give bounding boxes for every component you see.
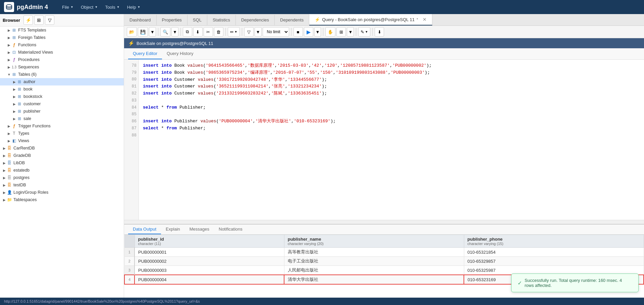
browser-label: Browser [3,18,20,23]
menu-file[interactable]: File ▼ [59,3,77,11]
tab-dependents[interactable]: Dependents [275,15,309,25]
tab-properties[interactable]: Properties [157,15,187,25]
chevron-icon: ▶ [12,110,17,113]
tree-item-postgres[interactable]: ▶ 🗄 postgres [0,174,124,181]
tab-dashboard[interactable]: Dashboard [124,15,157,25]
menu-object[interactable]: Object ▼ [77,3,101,11]
string-token: '2015-03-03' [277,63,309,68]
filter-btn[interactable]: ▽ [244,27,254,37]
query-tab-close[interactable]: ✕ [423,17,427,22]
tree-item-login-roles[interactable]: ▶ 👤 Login/Group Roles [0,189,124,196]
view-options-btn[interactable]: ▼ [347,27,354,37]
tree-item-customer[interactable]: ▶ ⊞ customer [0,100,124,108]
tree-item-gradedb[interactable]: ▶ 🗄 GradeDB [0,152,124,159]
edit-btn[interactable]: ✂ [204,27,213,37]
code-token [159,91,161,96]
sidebar-refresh-btn[interactable]: ⚡ [23,15,33,25]
tab-explain[interactable]: Explain [161,225,185,234]
tree-item-sequences[interactable]: ▶ 1.3 Sequences [0,63,124,71]
tree-item-fts-templates[interactable]: ▶ ⊞ FTS Templates [0,26,124,34]
limit-select[interactable]: No limit 100 500 1000 [263,27,289,37]
tree-item-foreign-tables[interactable]: ▶ ⊞ Foreign Tables [0,34,124,41]
tree-label: Sequences [18,65,39,69]
tab-notifications[interactable]: Notifications [214,225,247,234]
horizontal-scrollbar[interactable] [124,220,644,224]
string-token: '2016-07-07' [273,70,305,75]
tree-item-author[interactable]: ▶ ⊞ author [0,78,124,85]
view-data-btn[interactable]: ⊞ [336,27,346,37]
tab-data-output[interactable]: Data Output [128,225,161,234]
line-number: 80 [126,76,137,83]
tab-query-editor[interactable]: Query Editor [128,48,162,59]
function-token: values [198,77,214,82]
filter-options-btn[interactable]: ▼ [255,27,262,37]
line-number: 78 [126,62,137,69]
keyword-token: insert [143,91,159,96]
tree-item-functions[interactable]: ▶ ƒ Functions [0,41,124,49]
commit-btn[interactable]: ✋ [325,27,335,37]
tree-item-types[interactable]: ▶ T Types [0,130,124,137]
publisher-phone-cell: 010-65321854 [464,248,644,257]
tree-item-carrentdb[interactable]: ▶ 🗄 CarRentDB [0,144,124,152]
tree-label: bookstock [23,94,42,99]
chevron-icon: ▶ [12,87,17,91]
sidebar-grid-btn[interactable]: ⊞ [34,15,44,25]
tree-item-bookstock[interactable]: ▶ ⊞ bookstock [0,93,124,100]
tree-item-book[interactable]: ▶ ⊞ book [0,85,124,93]
save-btn[interactable]: 💾 [138,27,148,37]
chevron-icon: ▶ [7,132,11,135]
code-content[interactable]: insert into Book values('9641543566465',… [139,60,644,220]
tree-item-estatedb[interactable]: ▶ 🗄 estatedb [0,167,124,174]
code-editor[interactable]: 7879808182838485868788 insert into Book … [124,60,644,220]
string-token: 'PUB00000002' [392,63,426,68]
tree-label: book [23,87,33,92]
code-token: , [388,70,391,75]
table-row[interactable]: 1 PUB00000001 高等教育出版社 010-65321854 [124,248,644,257]
tree-item-materialized-views[interactable]: ▶ ⊡ Materialized Views [0,49,124,56]
string-token: '330172199203042748' [216,77,268,82]
download-btn[interactable]: ⬇ [375,27,384,37]
tree-item-trigger-functions[interactable]: ▶ ƒ Trigger Functions [0,122,124,130]
delete-btn[interactable]: 🗑 [214,27,223,37]
tree-item-views[interactable]: ▶ ◧ Views [0,137,124,144]
tree-item-testdb[interactable]: ▶ 🗄 testDB [0,181,124,189]
menu-tools[interactable]: Tools ▼ [102,3,123,11]
find-btn[interactable]: 🔍 [160,27,170,37]
tree-item-sale[interactable]: ▶ ⊞ sale [0,115,124,122]
login-roles-icon: 👤 [7,190,12,195]
execute-options-btn[interactable]: ▼ [314,27,321,37]
chevron-icon: ▶ [2,169,7,172]
sidebar-filter-btn[interactable]: ▽ [45,15,54,25]
keyword-token: insert [143,77,159,82]
find-options-btn[interactable]: ▼ [171,27,178,37]
tree-item-procedures[interactable]: ▶ ƒ Procedures [0,56,124,63]
tab-messages[interactable]: Messages [185,225,214,234]
tab-dependencies[interactable]: Dependencies [236,15,275,25]
code-token: ); [426,63,432,68]
publisher-id-cell: PUB00000004 [135,275,284,284]
tree-label: Functions [18,43,36,47]
menu-help[interactable]: Help ▼ [124,3,144,11]
stop-btn[interactable]: ■ [293,27,303,37]
string-token: '365211199311084214' [216,84,268,89]
copy-btn[interactable]: ⧉ [183,27,192,37]
tab-sql[interactable]: SQL [187,15,207,25]
paste-btn[interactable]: ⬇ [193,27,203,37]
code-token [159,119,161,124]
code-token: , [317,70,320,75]
tree-item-tablespaces[interactable]: ▶ 📁 Tablespaces [0,196,124,203]
save-options-btn[interactable]: ▼ [149,27,156,37]
tab-statistics[interactable]: Statistics [207,15,236,25]
execute-btn[interactable]: ▶ [304,27,313,37]
tab-query-history[interactable]: Query History [162,48,198,59]
format-options-btn[interactable]: ✎▼ [358,27,370,37]
tree-label: Tables (6) [18,72,37,77]
table-row[interactable]: 2 PUB00000002 电子工业出版社 010-65329857 [124,257,644,266]
tree-item-tables[interactable]: ▼ ⊞ Tables (6) [0,71,124,78]
tree-item-libdb[interactable]: ▶ 🗄 LibDB [0,159,124,167]
tree-item-publisher[interactable]: ▶ ⊞ publisher [0,108,124,115]
open-file-btn[interactable]: 📂 [127,27,137,37]
keyword-token: from [166,126,177,131]
edit-options-btn[interactable]: ✏▼ [228,27,240,37]
tab-query[interactable]: ⚡ Query - BookSale on postgres@PostgreSQ… [309,14,432,25]
